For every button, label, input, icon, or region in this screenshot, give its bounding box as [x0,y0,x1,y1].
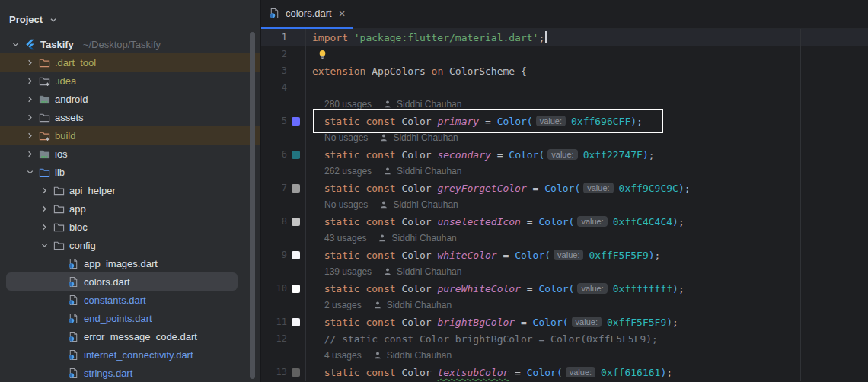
tree-item-colors-dart[interactable]: colors.dart [6,272,238,291]
color-preview-swatch[interactable] [292,251,300,259]
usages-count[interactable]: 4 usages [324,350,362,361]
color-preview-swatch[interactable] [292,318,300,326]
code-text[interactable]: static const Color unselectedIcon = Colo… [312,216,685,228]
chevron-right-icon[interactable] [24,111,36,123]
code-token: ; [637,116,643,127]
tab-close-icon[interactable]: × [339,8,346,19]
tree-item--idea[interactable]: .idea [0,72,260,90]
project-panel-title: Project [9,14,43,25]
line-number: 9 [272,250,287,260]
code-text[interactable]: static const Color primary = Color(value… [312,116,643,127]
code-token: 'package:flutter/material.dart' [354,32,539,43]
author-name[interactable]: Siddhi Chauhan [387,300,452,310]
color-preview-swatch[interactable] [292,184,300,193]
editor-content: 1import 'package:flutter/material.dart';… [261,29,868,381]
text-caret [545,31,547,43]
code-token: ColorScheme { [449,65,527,77]
chevron-right-icon[interactable] [38,202,50,215]
tree-item-label: app [69,203,86,215]
value-parameter-hint: value: [577,216,607,227]
chevron-right-icon[interactable] [24,129,36,142]
chevron-down-icon[interactable] [24,166,36,178]
usages-hint[interactable]: 4 usagesSiddhi Chauhan [312,350,452,361]
color-preview-swatch[interactable] [292,218,300,226]
code-token: ; [685,183,691,194]
code-token [312,149,324,161]
tree-item-strings-dart[interactable]: strings.dart [0,364,260,382]
line-number: 8 [272,216,287,227]
author-name[interactable]: Siddhi Chauhan [397,266,461,277]
code-text[interactable]: extension AppColors on ColorScheme { [312,65,527,77]
author-name[interactable]: Siddhi Chauhan [397,99,461,110]
author-name[interactable]: Siddhi Chauhan [393,199,458,210]
tree-item-internet-connectivity-dart[interactable]: internet_connectivity.dart [0,345,260,364]
tree-item-config[interactable]: config [0,236,260,254]
tree-item-app[interactable]: app [0,199,260,218]
usages-hint[interactable]: 262 usagesSiddhi Chauhan [312,166,461,177]
author-name[interactable]: Siddhi Chauhan [387,350,452,361]
dart-file-icon [68,313,79,324]
chevron-down-icon[interactable] [9,38,21,50]
usages-count[interactable]: No usages [324,199,368,210]
tree-item-end-points-dart[interactable]: end_points.dart [0,309,260,327]
chevron-down-icon[interactable] [38,239,50,251]
dart-file-icon [68,258,79,269]
color-preview-swatch[interactable] [292,117,300,126]
usages-hint[interactable]: 2 usagesSiddhi Chauhan [312,300,452,310]
code-text[interactable]: static const Color pureWhiteColor = Colo… [312,283,685,294]
chevron-right-icon[interactable] [24,56,36,68]
color-preview-swatch[interactable] [292,368,300,377]
tree-item-constants-dart[interactable]: constants.dart [0,291,260,309]
tree-item-app-images-dart[interactable]: app_images.dart [0,254,260,272]
code-text[interactable]: import 'package:flutter/material.dart'; [312,31,547,43]
chevron-right-icon[interactable] [24,148,36,160]
author-name[interactable]: Siddhi Chauhan [393,132,458,143]
chevron-right-icon[interactable] [24,93,36,105]
code-text[interactable]: // static const Color brightBgColor = Co… [312,333,658,345]
right-margin-guide [800,29,801,381]
chevron-right-icon[interactable] [38,184,50,196]
usages-count[interactable]: 262 usages [324,166,372,177]
lightbulb-icon[interactable] [317,49,328,60]
usages-hint[interactable]: No usagesSiddhi Chauhan [312,199,458,210]
usages-hint[interactable]: 43 usagesSiddhi Chauhan [312,233,457,244]
author-icon [379,133,388,142]
usages-count[interactable]: 139 usages [324,266,372,277]
tree-item-build[interactable]: build [0,126,260,145]
tree-item-bloc[interactable]: bloc [0,218,260,236]
intention-action[interactable] [312,49,328,60]
usages-hint[interactable]: 280 usagesSiddhi Chauhan [312,99,461,110]
author-icon [373,301,382,310]
tree-item-api-helper[interactable]: api_helper [0,181,260,199]
usages-hint[interactable]: No usagesSiddhi Chauhan [312,132,458,143]
chevron-right-icon[interactable] [24,75,36,87]
code-text[interactable]: static const Color secondary = Color(val… [312,149,655,161]
code-text[interactable]: static const Color greyForgetColor = Col… [312,183,691,194]
usages-hint-row: 43 usagesSiddhi Chauhan [261,230,868,247]
usages-count[interactable]: 280 usages [324,99,372,110]
tree-item-android[interactable]: android [0,90,260,108]
color-preview-swatch[interactable] [292,285,300,293]
code-text[interactable]: static const Color whiteColor = Color(va… [312,250,660,261]
author-name[interactable]: Siddhi Chauhan [391,233,456,244]
code-token: = [491,149,509,161]
tree-scrollbar[interactable] [250,32,255,379]
usages-count[interactable]: 43 usages [324,233,366,244]
tab-colors-dart[interactable]: colors.dart × [261,0,353,29]
author-name[interactable]: Siddhi Chauhan [397,166,461,177]
usages-count[interactable]: No usages [324,132,368,143]
tree-item-assets[interactable]: assets [0,108,260,126]
color-preview-swatch[interactable] [292,151,300,159]
code-text[interactable]: static const Color textsubColor = Color(… [312,367,672,378]
tree-item--dart-tool[interactable]: .dart_tool [0,53,260,72]
tree-item-ios[interactable]: ios [0,145,260,163]
code-text[interactable]: static const Color brightBgColor = Color… [312,317,678,328]
usages-count[interactable]: 2 usages [324,300,362,310]
chevron-right-icon[interactable] [38,221,50,233]
tree-item-lib[interactable]: lib [0,163,260,181]
project-panel-header[interactable]: Project [0,0,260,30]
code-token: static const [324,317,402,328]
tree-item-taskify[interactable]: Taskify~/Desktop/Taskify [0,35,260,53]
usages-hint[interactable]: 139 usagesSiddhi Chauhan [312,266,461,277]
tree-item-error-message-code-dart[interactable]: error_message_code.dart [0,327,260,345]
